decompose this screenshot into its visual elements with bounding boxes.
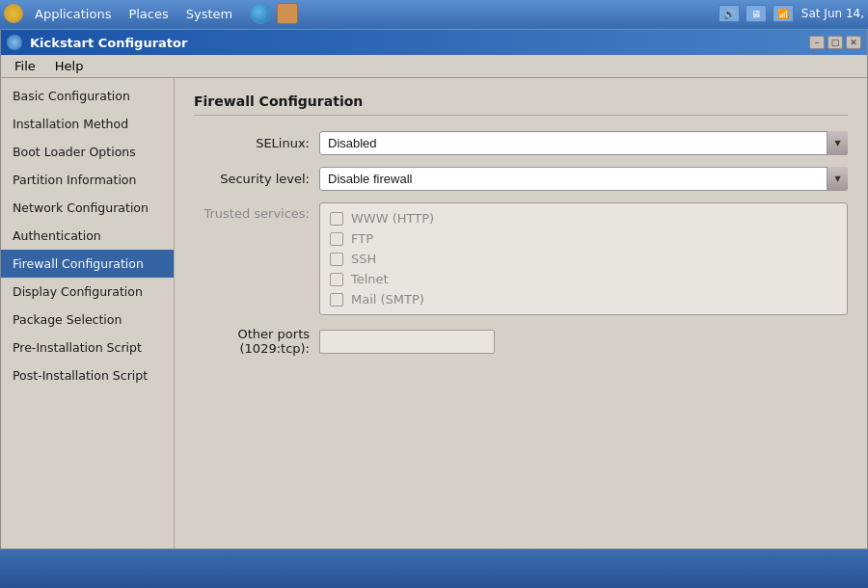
selinux-control: Disabled Enforcing Permissive xyxy=(319,131,848,155)
checkbox-ssh-label: SSH xyxy=(351,252,376,266)
selinux-row: SELinux: Disabled Enforcing Permissive xyxy=(194,131,848,155)
window-icon xyxy=(7,35,22,50)
trusted-services-box: WWW (HTTP) FTP SSH Telnet xyxy=(319,202,848,315)
sidebar: Basic Configuration Installation Method … xyxy=(1,78,175,548)
sidebar-item-network-configuration[interactable]: Network Configuration xyxy=(1,194,174,222)
selinux-label: SELinux: xyxy=(194,136,319,150)
checkbox-ftp-label: FTP xyxy=(351,231,373,246)
checkbox-www-input[interactable] xyxy=(330,212,343,226)
volume-icon: 🔊 xyxy=(719,5,740,22)
clock: Sat Jun 14, xyxy=(801,7,864,20)
sidebar-item-partition-information[interactable]: Partition Information xyxy=(1,166,174,194)
sidebar-item-basic-configuration[interactable]: Basic Configuration xyxy=(1,82,174,110)
checkbox-telnet: Telnet xyxy=(330,272,837,286)
window-controls: – □ ✕ xyxy=(809,36,861,49)
taskbar-menu: Applications Places System xyxy=(27,3,719,24)
menu-file[interactable]: File xyxy=(5,57,45,75)
bag-icon xyxy=(277,3,298,24)
menu-bar: File Help xyxy=(1,55,867,78)
checkbox-ftp: FTP xyxy=(330,231,837,246)
taskbar: Applications Places System 🔊 🖥 📶 Sat Jun… xyxy=(0,0,868,27)
sidebar-item-authentication[interactable]: Authentication xyxy=(1,222,174,250)
network-status-icon: 📶 xyxy=(773,5,794,22)
security-dropdown-container: Disable firewall Enable firewall No fire… xyxy=(319,167,848,191)
sidebar-item-firewall-configuration[interactable]: Firewall Configuration xyxy=(1,250,174,278)
security-level-control: Disable firewall Enable firewall No fire… xyxy=(319,167,848,191)
other-ports-label: Other ports (1029:tcp): xyxy=(194,327,319,356)
window-titlebar: Kickstart Configurator – □ ✕ xyxy=(1,30,867,55)
taskbar-places[interactable]: Places xyxy=(121,4,176,24)
security-level-label: Security level: xyxy=(194,172,319,186)
selinux-dropdown[interactable]: Disabled Enforcing Permissive xyxy=(319,131,848,155)
checkbox-www: WWW (HTTP) xyxy=(330,211,837,226)
other-ports-control xyxy=(319,330,848,354)
sidebar-item-display-configuration[interactable]: Display Configuration xyxy=(1,278,174,306)
app-window: Kickstart Configurator – □ ✕ File Help B… xyxy=(0,29,868,549)
trusted-services-row: Trusted services: WWW (HTTP) FTP SSH xyxy=(194,202,848,315)
trusted-services-label: Trusted services: xyxy=(194,202,319,221)
sidebar-item-boot-loader-options[interactable]: Boot Loader Options xyxy=(1,138,174,166)
checkbox-ftp-input[interactable] xyxy=(330,232,343,246)
menu-help[interactable]: Help xyxy=(45,57,94,75)
security-level-dropdown[interactable]: Disable firewall Enable firewall No fire… xyxy=(319,167,848,191)
maximize-button[interactable]: □ xyxy=(827,36,843,49)
window-title: Kickstart Configurator xyxy=(30,36,809,50)
network-icon xyxy=(250,3,271,24)
other-ports-row: Other ports (1029:tcp): xyxy=(194,327,848,356)
sidebar-item-pre-installation-script[interactable]: Pre-Installation Script xyxy=(1,334,174,361)
taskbar-right: 🔊 🖥 📶 Sat Jun 14, xyxy=(719,5,864,22)
checkbox-mail-input[interactable] xyxy=(330,293,343,307)
display-icon: 🖥 xyxy=(746,5,767,22)
minimize-button[interactable]: – xyxy=(809,36,825,49)
taskbar-system[interactable]: System xyxy=(178,4,240,24)
os-icon xyxy=(4,4,23,23)
checkbox-ssh-input[interactable] xyxy=(330,253,343,266)
sidebar-item-installation-method[interactable]: Installation Method xyxy=(1,110,174,138)
checkbox-ssh: SSH xyxy=(330,252,837,266)
main-area: Basic Configuration Installation Method … xyxy=(1,78,867,548)
other-ports-input[interactable] xyxy=(319,330,495,354)
desktop-bar xyxy=(0,549,868,588)
close-button[interactable]: ✕ xyxy=(846,36,861,49)
content-panel: Firewall Configuration SELinux: Disabled… xyxy=(175,78,867,548)
selinux-dropdown-container: Disabled Enforcing Permissive xyxy=(319,131,848,155)
security-level-row: Security level: Disable firewall Enable … xyxy=(194,167,848,191)
system-tray: 🔊 🖥 📶 xyxy=(719,5,794,22)
checkbox-mail-label: Mail (SMTP) xyxy=(351,292,424,307)
checkbox-www-label: WWW (HTTP) xyxy=(351,211,434,226)
sidebar-item-package-selection[interactable]: Package Selection xyxy=(1,306,174,334)
sidebar-item-post-installation-script[interactable]: Post-Installation Script xyxy=(1,361,174,389)
checkbox-telnet-input[interactable] xyxy=(330,273,343,286)
checkbox-telnet-label: Telnet xyxy=(351,272,389,286)
taskbar-applications[interactable]: Applications xyxy=(27,4,119,24)
checkbox-mail: Mail (SMTP) xyxy=(330,292,837,307)
section-title: Firewall Configuration xyxy=(194,94,848,116)
